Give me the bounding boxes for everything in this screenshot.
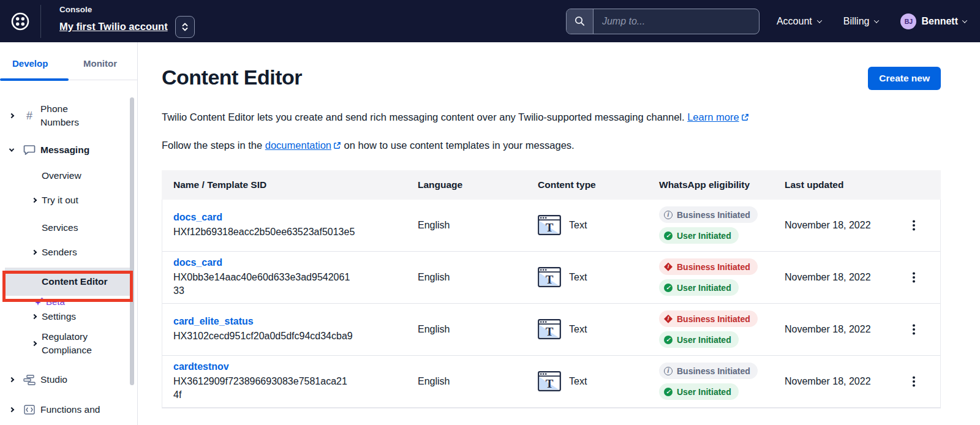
avatar: BJ (900, 13, 916, 29)
chevron-right-icon (9, 377, 14, 382)
sidebar-item-settings[interactable]: Settings (0, 309, 137, 324)
language-cell: English (407, 376, 527, 387)
template-sid: HX0bb3e14aac40e60d633e3ad954206133 (173, 271, 352, 298)
template-link[interactable]: docs_card (173, 212, 222, 223)
beta-badge: Beta (0, 295, 137, 308)
sidebar: Develop Monitor # Phone Numbers Messagin… (0, 42, 138, 425)
last-updated-cell: November 18, 2022 (774, 324, 896, 335)
sidebar-item-phone-numbers[interactable]: # Phone Numbers (0, 102, 137, 129)
svg-text:T: T (546, 325, 554, 338)
column-header-name: Name / Template SID (162, 179, 407, 190)
sidebar-item-studio[interactable]: Studio (0, 372, 137, 388)
content-type-label: Text (569, 272, 587, 283)
twilio-logo-icon[interactable] (10, 11, 31, 32)
studio-flow-icon (18, 375, 40, 385)
page-title: Content Editor (162, 66, 302, 89)
row-actions-menu-button[interactable] (905, 268, 923, 287)
sidebar-item-services[interactable]: Services (0, 220, 137, 235)
error-icon (664, 263, 673, 271)
user-initiated-badge: User Initiated (659, 279, 739, 296)
account-switcher-button[interactable] (175, 16, 195, 38)
account-name-link[interactable]: My first Twilio account (59, 21, 168, 32)
create-new-button[interactable]: Create new (868, 67, 941, 90)
steps-paragraph: Follow the steps in the documentation on… (162, 138, 941, 154)
sidebar-item-try-it-out[interactable]: Try it out (0, 193, 137, 208)
last-updated-cell: November 18, 2022 (774, 220, 896, 231)
chevron-down-icon (9, 146, 14, 151)
console-label: Console (59, 5, 195, 14)
sidebar-item-overview[interactable]: Overview (0, 168, 137, 183)
sidebar-scrollbar[interactable] (130, 97, 134, 385)
sidebar-item-regulatory-compliance[interactable]: Regulatory Compliance (0, 330, 137, 357)
learn-more-link[interactable]: Learn more (687, 111, 739, 122)
business-initiated-badge: Business Initiated (659, 206, 758, 223)
business-initiated-badge: Business Initiated (659, 258, 758, 275)
active-tab-indicator (0, 78, 69, 81)
beta-label: Beta (46, 296, 65, 307)
table-row: card_elite_status HX3102cecd951cf20a0d5d… (162, 304, 940, 356)
text-content-type-icon: T (538, 371, 561, 391)
content-type-label: Text (569, 220, 587, 231)
external-link-icon[interactable] (333, 139, 341, 154)
account-menu[interactable]: Account (777, 16, 821, 27)
sidebar-item-messaging[interactable]: Messaging (0, 143, 137, 157)
documentation-link[interactable]: documentation (265, 140, 331, 151)
billing-menu-label: Billing (843, 16, 870, 27)
check-icon (664, 284, 673, 292)
row-actions-menu-button[interactable] (905, 216, 923, 235)
topbar: Console My first Twilio account Account (0, 0, 980, 42)
svg-text:T: T (546, 273, 554, 286)
hash-icon: # (18, 110, 40, 122)
row-actions-menu-button[interactable] (905, 372, 923, 391)
last-updated-cell: November 18, 2022 (774, 376, 896, 387)
tab-develop[interactable]: Develop (12, 55, 69, 80)
language-cell: English (407, 272, 527, 283)
template-link[interactable]: cardtestnov (173, 361, 229, 372)
chevron-right-icon (9, 407, 14, 412)
topbar-divider (40, 5, 41, 38)
business-initiated-badge: Business Initiated (659, 363, 758, 379)
column-header-whatsapp-eligibility: WhatsApp eligibility (648, 179, 774, 190)
up-down-chevrons-icon (181, 22, 189, 32)
table-header-row: Name / Template SID Language Content typ… (162, 170, 941, 200)
user-menu[interactable]: BJ Bennett (900, 13, 967, 29)
chevron-down-icon (874, 18, 879, 23)
content-type-label: Text (569, 324, 587, 335)
account-menu-label: Account (777, 16, 812, 27)
row-actions-menu-button[interactable] (905, 320, 923, 339)
external-link-icon[interactable] (741, 111, 749, 126)
sidebar-item-functions[interactable]: Functions and (0, 396, 137, 423)
table-row: docs_card HXf12b69318eacc2b50ee63523af50… (162, 200, 940, 252)
functions-icon (18, 405, 40, 415)
chevron-right-icon (32, 250, 37, 255)
steps-prefix: Follow the steps in the (162, 140, 262, 151)
chevron-down-icon (962, 18, 967, 23)
chat-bubble-icon (18, 145, 40, 156)
template-sid: HXf12b69318eacc2b50ee63523af5013e5 (173, 225, 407, 239)
user-initiated-badge: User Initiated (659, 331, 739, 348)
chevron-right-icon (32, 198, 37, 203)
search-icon (567, 9, 594, 34)
tab-monitor[interactable]: Monitor (83, 55, 117, 80)
template-sid: HX3612909f723896693083e7581aca214f (173, 375, 352, 402)
steps-suffix: on how to use content templates in your … (344, 140, 575, 151)
kebab-icon (913, 276, 915, 279)
sidebar-item-content-editor[interactable]: Content Editor (5, 268, 134, 296)
business-initiated-badge: Business Initiated (659, 310, 758, 327)
chevron-right-icon (32, 314, 37, 319)
check-icon (664, 388, 673, 396)
user-name-label: Bennett (921, 16, 958, 27)
info-icon (664, 367, 673, 375)
template-link[interactable]: docs_card (173, 257, 222, 268)
chevron-right-icon (9, 113, 14, 118)
column-header-language: Language (407, 179, 527, 190)
error-icon (664, 315, 673, 323)
templates-table: Name / Template SID Language Content typ… (162, 170, 941, 408)
kebab-icon (913, 380, 915, 383)
template-link[interactable]: card_elite_status (173, 316, 254, 327)
sidebar-item-senders[interactable]: Senders (0, 245, 137, 260)
template-sid: HX3102cecd951cf20a0d5dfc94cd34cba9 (173, 329, 407, 343)
search-input[interactable] (594, 9, 759, 34)
content-type-label: Text (569, 376, 587, 387)
billing-menu[interactable]: Billing (843, 16, 879, 27)
